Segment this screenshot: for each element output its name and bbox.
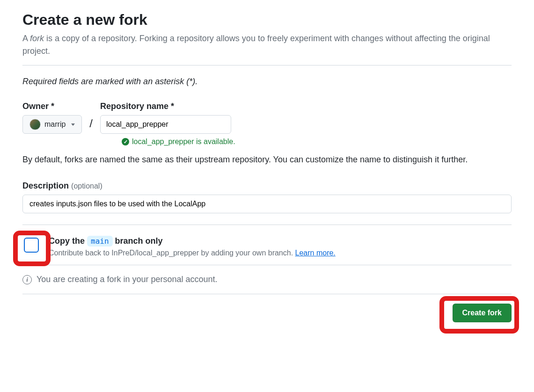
owner-label: Owner * [22,102,82,111]
check-circle-icon [122,138,129,145]
branch-tag: main [87,236,113,247]
description-input[interactable] [22,195,512,213]
availability-message: local_app_prepper is available. [122,138,512,146]
divider [22,65,512,65]
slash-separator: / [89,117,93,130]
repo-name-input[interactable] [100,115,231,134]
required-fields-note: Required fields are marked with an aster… [22,77,512,87]
copy-branch-label: Copy the main branch only [49,236,512,246]
description-label: Description (optional) [22,181,512,191]
avatar [29,119,41,130]
page-subtitle: A fork is a copy of a repository. Forkin… [22,32,512,58]
create-fork-button[interactable]: Create fork [453,304,512,322]
divider [22,225,512,225]
name-helper-text: By default, forks are named the same as … [22,153,512,166]
copy-branch-help: Contribute back to InPreD/local_app_prep… [49,249,512,257]
page-title: Create a new fork [22,11,512,29]
owner-select[interactable]: marrip [22,115,82,134]
info-text: You are creating a fork in your personal… [37,275,218,284]
learn-more-link[interactable]: Learn more. [295,249,336,257]
copy-main-branch-checkbox[interactable] [24,238,39,253]
info-icon [22,275,32,284]
owner-value: marrip [44,120,66,129]
divider [22,265,512,265]
repo-name-label: Repository name * [100,102,231,111]
chevron-down-icon [71,123,75,126]
divider [22,294,512,294]
